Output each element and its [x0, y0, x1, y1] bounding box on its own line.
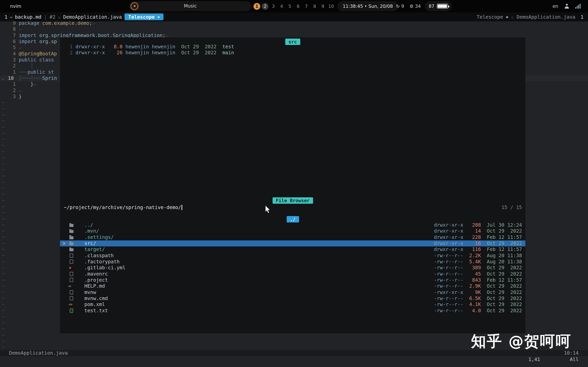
workspace-6[interactable]: 6: [295, 3, 302, 9]
network-signal-icon[interactable]: [575, 4, 581, 8]
focused-app-title: nvim: [10, 0, 21, 12]
telescope-tab[interactable]: Telescope ●: [124, 13, 163, 20]
md-icon: ▭: [69, 283, 71, 289]
file-row-.factorypath[interactable]: .factorypath-rw-r--r-- 5.4K Aug 20 11:38: [60, 259, 525, 265]
workspace-10[interactable]: 10: [328, 3, 334, 9]
keyboard-layout[interactable]: en: [553, 3, 558, 9]
telescope-float: src 1 drwxr-xr-x 8.0 hewenjin hewenjin O…: [60, 37, 525, 333]
result-counter: 15 / 15: [502, 204, 522, 211]
file-row-.classpath[interactable]: .classpath-rw-r--r-- 2.2K Aug 20 11:38: [60, 253, 525, 259]
folder-icon: [69, 224, 73, 227]
file-row-.mavenrc[interactable]: .mavenrc-rw-r--r-- 45 Oct 29 2022: [60, 271, 525, 277]
workspace-1[interactable]: 1: [254, 3, 260, 9]
clock-text: 11:38:45 • Sun, 20/08: [343, 3, 393, 9]
preview-line: 1 drwxr-xr-x 8.0 hewenjin hewenjin Oct 2…: [67, 44, 234, 50]
file-icon: [70, 278, 73, 282]
file-name: pom.xml: [84, 301, 105, 308]
file-row-src[interactable]: >src/drwxr-xr-x 16 Oct 29 2022: [60, 240, 525, 247]
results-title-badge: ./: [286, 216, 299, 223]
file-meta: -rwxr-xr-x 9K Oct 29 2022: [434, 289, 522, 295]
system-top-bar: nvim Music 12345678910 11:38:45 • Sun, 2…: [0, 0, 588, 12]
user-icon[interactable]: [564, 4, 569, 8]
file-row-.mvn[interactable]: .mvn/drwxr-xr-x 14 Oct 29 2022: [60, 228, 525, 234]
file-row-mvnw[interactable]: mvnw-rwxr-xr-x 9K Oct 29 2022: [60, 289, 525, 295]
music-widget[interactable]: Music: [130, 1, 251, 11]
right-dot-icon: ●: [506, 15, 508, 19]
file-meta: drwxr-xr-x 116 Feb 12 11:57: [434, 247, 522, 253]
workspace-4[interactable]: 4: [278, 3, 285, 9]
file-browser-title-badge: File Browser: [272, 197, 313, 204]
tabline-left: 1 ▭ backup.md | #2 ♨ DemoApplication.jav…: [4, 12, 163, 21]
workspace-5[interactable]: 5: [286, 3, 293, 9]
folder-icon: [69, 236, 73, 239]
tab-backup-md[interactable]: backup.md: [15, 14, 42, 20]
file-row-.settings[interactable]: .settings/drwxr-xr-x 228 Feb 12 11:57: [60, 234, 525, 240]
workspaces: 12345678910: [254, 0, 335, 12]
update-icon: ↻: [396, 3, 400, 9]
prompt-path: ~/project/my/archive/spring-native-demo/: [64, 204, 181, 211]
text-cursor: [182, 205, 182, 210]
file-row-..[interactable]: ../drwxr-xr-x 288 Jul 30 12:24: [60, 222, 525, 228]
file-row-.project[interactable]: .project-rw-r--r-- 843 Feb 12 11:57: [60, 277, 525, 283]
xml-icon: <>: [69, 301, 72, 308]
telescope-tab-label: Telescope: [128, 14, 155, 20]
preview-line: 2 drwxr-xr-x 26 hewenjin hewenjin Oct 29…: [67, 50, 234, 56]
file-icon: [70, 272, 73, 276]
selection-caret: >: [63, 240, 66, 247]
workspace-8[interactable]: 8: [311, 3, 318, 9]
file-meta: drwxr-xr-x 14 Oct 29 2022: [434, 228, 522, 234]
music-label[interactable]: Music: [130, 1, 251, 11]
app-title-text: nvim: [10, 3, 21, 9]
file-name: HELP.md: [84, 283, 105, 289]
gitlab-icon: ◆: [69, 265, 71, 271]
workspace-9[interactable]: 9: [320, 3, 326, 9]
file-row-target[interactable]: target/drwxr-xr-x 116 Feb 12 11:57: [60, 247, 525, 253]
battery-widget[interactable]: 87: [425, 1, 452, 11]
folder-icon: [69, 248, 73, 251]
file-browser-prompt-input[interactable]: ~/project/my/archive/spring-native-demo/: [64, 204, 182, 211]
file-name: .factorypath: [84, 259, 120, 265]
file-icon: [70, 260, 73, 264]
tab-demoapplication-java[interactable]: DemoApplication.java: [63, 14, 122, 20]
gear-icon: ⚙: [409, 3, 414, 9]
folder-icon: [69, 230, 73, 233]
preview-lines: 1 drwxr-xr-x 8.0 hewenjin hewenjin Oct 2…: [67, 44, 234, 56]
txt-icon: [70, 309, 73, 313]
file-name: src/: [84, 240, 96, 247]
file-meta: -rw-r--r-- 2.9K Oct 29 2022: [434, 283, 522, 289]
file-row-.gitlab-ci.yml[interactable]: ◆.gitlab-ci.yml-rw-r--r-- 389 Oct 29 202…: [60, 265, 525, 271]
file-list: ../drwxr-xr-x 288 Jul 30 12:24.mvn/drwxr…: [60, 222, 525, 314]
workspace-2[interactable]: 2: [262, 3, 268, 9]
file-meta: drwxr-xr-x 288 Jul 30 12:24: [434, 222, 522, 228]
file-name: mvnw.cmd: [84, 295, 108, 301]
file-meta: -rw-r--r-- 6.5K Oct 29 2022: [434, 295, 522, 301]
screen: nvim Music 12345678910 11:38:45 • Sun, 2…: [0, 0, 588, 367]
code-line[interactable]: 8↵: [0, 26, 588, 33]
tab-separator: |: [44, 14, 47, 20]
updates-widget[interactable]: ↻ 9: [396, 0, 404, 12]
file-meta: -rw-r--r-- 389 Oct 29 2022: [434, 265, 522, 271]
file-row-HELP.md[interactable]: ▭HELP.md-rw-r--r-- 2.9K Oct 29 2022: [60, 283, 525, 289]
workspace-3[interactable]: 3: [270, 3, 277, 9]
window-count: 1: [580, 14, 583, 20]
file-row-test.txt[interactable]: test.txt-rw-r--r-- 4.0 Oct 29 2022: [60, 308, 525, 314]
right-file-label: DemoApplication.java: [517, 14, 575, 20]
right-telescope-label: Telescope: [477, 14, 503, 20]
file-meta: -rw-r--r-- 843 Feb 12 11:57: [434, 277, 522, 283]
file-meta: drwxr-xr-x 228 Feb 12 11:57: [434, 234, 522, 240]
file-icon: [70, 254, 73, 258]
file-row-pom.xml[interactable]: <>pom.xml-rw-r--r-- 4.1K Oct 29 2022: [60, 301, 525, 308]
tab-2-number: #2: [50, 14, 55, 20]
clock-widget[interactable]: 11:38:45 • Sun, 20/08: [337, 1, 398, 11]
battery-icon: [437, 4, 448, 8]
packages-widget[interactable]: ⚙ 34: [409, 0, 421, 12]
workspace-7[interactable]: 7: [303, 3, 310, 9]
updates-count: 9: [401, 3, 404, 9]
file-row-mvnw.cmd[interactable]: mvnw.cmd-rw-r--r-- 6.5K Oct 29 2022: [60, 295, 525, 301]
file-name: .classpath: [84, 253, 114, 259]
file-icon: [70, 296, 73, 300]
file-name: .mavenrc: [84, 271, 108, 277]
scroll-indicator: All: [570, 356, 579, 363]
file-name: target/: [84, 247, 105, 253]
file-name: .settings/: [84, 234, 114, 240]
